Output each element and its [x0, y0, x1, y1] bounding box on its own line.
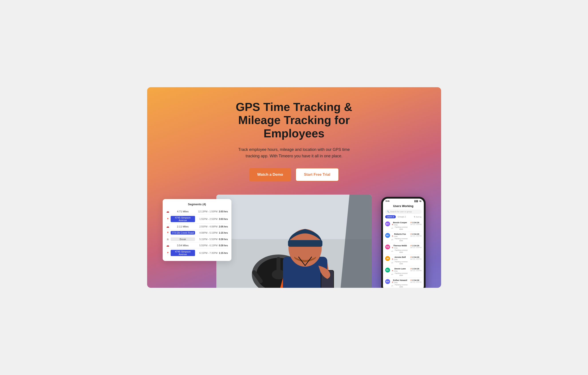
phone-time: 9:41	[386, 200, 390, 202]
tab-groups[interactable]: Groups 2	[398, 216, 406, 218]
phone-status-icons: ▌▌▌ ▾ ▮	[414, 200, 421, 202]
segment-icon: 🚗	[166, 210, 169, 213]
tag-icon: 🏷	[391, 273, 393, 275]
user-name: Devon Lane	[391, 268, 409, 270]
phone-user-row: DL Devon Lane 📍 Cribs 🏷 Painting common …	[385, 266, 421, 278]
segment-duration: 1:15 hrs	[219, 231, 228, 234]
time-value: ⏱ 2:34:26	[410, 256, 421, 258]
location-icon: 📍	[391, 224, 393, 226]
time-date: Jan 23, 4:28 PM	[410, 281, 421, 283]
time-date: Jan 23, 4:28 PM	[410, 235, 421, 237]
user-time: ⏱ 2:34:26 Jan 23, 4:28 PM	[410, 233, 421, 237]
phone-header: Users Working	[385, 204, 421, 208]
location-icon: 📍	[391, 281, 393, 284]
location-icon: 📍	[391, 259, 393, 260]
segment-duration: 0:30 hrs	[219, 238, 228, 240]
cta-buttons: Watch a Demo Start Free Trial	[156, 168, 432, 181]
user-time: ⏱ 2:34:26 Jan 23, 4:28 PM	[410, 268, 421, 271]
segment-label: 3.54 Miles	[171, 244, 195, 247]
segment-label-break: Break	[171, 237, 195, 241]
segment-row: 🚗 4.71 Miles 12:13PM - 1:55PM 2:03 hrs	[166, 208, 228, 215]
search-placeholder: Search for user or group	[390, 211, 412, 213]
hero-visual: Segments (4) 🚗 4.71 Miles 12:13PM - 1:55…	[156, 195, 432, 288]
segment-row: 🚗 3.54 Miles 5:55PM - 6:15PM 0:30 hrs	[166, 242, 228, 249]
segment-icon: ☕	[166, 238, 169, 241]
segment-duration: 3:03 hrs	[219, 218, 228, 220]
tag-icon: 🏷	[391, 227, 393, 229]
sort-button[interactable]: ⇅ Sort by	[414, 216, 421, 218]
time-value: ⏱ 2:34:26	[410, 268, 421, 270]
segment-icon: 📍	[166, 218, 169, 220]
segment-label: 4.71 Miles	[171, 210, 195, 213]
watch-demo-button[interactable]: Watch a Demo	[249, 168, 291, 181]
phone-user-row: EH Esther Howard 📍 Cribs 🏷 Painting comm…	[385, 278, 421, 288]
location-icon: 📍	[391, 235, 393, 237]
user-name: Theresa Webb	[391, 245, 409, 247]
time-date: Jan 23, 4:28 PM	[410, 258, 421, 260]
signal-icon: ▌▌▌	[414, 200, 418, 202]
phone-tabs: Users 0 Groups 2 ⇅ Sort by	[385, 215, 421, 218]
user-avatar: BC	[385, 221, 390, 226]
phone-search[interactable]: 🔍 Search for user or group	[385, 209, 421, 214]
user-info: Bessie Cooper 📍 Cribs 🏷 Painting common …	[391, 221, 409, 230]
hero-section: GPS Time Tracking & Mileage Tracking for…	[147, 87, 441, 288]
user-task: 🏷 Painting common walls	[391, 249, 409, 253]
user-time: ⏱ 2:34:26 Jan 23, 4:28 PM	[410, 221, 421, 225]
user-avatar: JB	[385, 256, 390, 261]
time-value: ⏱ 2:34:26	[410, 279, 421, 281]
tag-icon: 🏷	[391, 285, 393, 287]
tab-users[interactable]: Users 0	[385, 215, 396, 218]
tag-icon: 🏷	[391, 239, 393, 241]
segment-duration: 0:30 hrs	[219, 244, 228, 247]
user-avatar: TW	[385, 245, 390, 250]
hero-title: GPS Time Tracking & Mileage Tracking for…	[225, 101, 363, 140]
segment-duration: 1:15 hrs	[219, 252, 228, 254]
segment-time: 5:55PM - 6:15PM	[196, 244, 218, 247]
segment-time: 12:13PM - 1:55PM	[196, 210, 218, 213]
segment-row: 📍 4745 Simpson Avenue 6:15PM - 7:35PM 1:…	[166, 249, 228, 257]
phone-user-row: TW Theresa Webb 📍 Cribs 🏷 Painting commo…	[385, 243, 421, 255]
segment-label: 2.11 Miles	[171, 225, 195, 228]
segment-icon: 📍	[166, 251, 169, 254]
user-sub: 📍 Cribs	[391, 235, 409, 237]
segment-duration: 2:05 hrs	[219, 225, 228, 228]
phone-user-row: RF Roberto Fox 📍 Cribs 🏷 Painting common…	[385, 232, 421, 243]
phone-status-bar: 9:41 ▌▌▌ ▾ ▮	[383, 198, 424, 203]
groups-count: 2	[405, 216, 406, 218]
user-name: Bessie Cooper	[391, 221, 409, 224]
phone-screen: 9:41 ▌▌▌ ▾ ▮ Users Working 🔍 Search for …	[383, 198, 424, 288]
segments-card: Segments (4) 🚗 4.71 Miles 12:13PM - 1:55…	[163, 199, 231, 261]
user-avatar: RF	[385, 233, 390, 238]
segments-title: Segments (4)	[166, 203, 228, 206]
user-sub: 📍 Cribs	[391, 259, 409, 260]
clock-icon: ⏱	[410, 233, 412, 235]
user-avatar: DL	[385, 268, 390, 272]
segment-icon: 🚗	[166, 244, 169, 247]
person-photo	[216, 195, 372, 288]
time-value: ⏱ 2:34:26	[410, 245, 421, 247]
segment-time: 2:55PM - 4:08PM	[196, 225, 218, 228]
hero-subtitle: Track employee hours, mileage and locati…	[232, 146, 356, 159]
phone-user-row: BC Bessie Cooper 📍 Cribs 🏷 Painting comm…	[385, 220, 421, 232]
user-time: ⏱ 2:34:26 Jan 23, 4:28 PM	[410, 279, 421, 283]
segment-row: 📍 773 Elk Creek Road 4:08PM - 5:15PM 1:1…	[166, 230, 228, 236]
user-task: 🏷 Painting common walls	[391, 261, 409, 265]
wifi-icon: ▾	[419, 200, 420, 202]
start-trial-button[interactable]: Start Free Trial	[295, 168, 339, 181]
user-task: 🏷 Painting common walls	[391, 284, 409, 288]
user-sub: 📍 Cribs	[391, 281, 409, 284]
search-icon: 🔍	[387, 211, 389, 213]
clock-icon: ⏱	[410, 279, 412, 281]
user-name: Jerome Bell	[391, 256, 409, 258]
segment-label-highlighted: 773 Elk Creek Road	[171, 231, 195, 235]
segment-time: 6:15PM - 7:35PM	[196, 252, 218, 254]
user-time: ⏱ 2:34:26 Jan 23, 4:28 PM	[410, 256, 421, 260]
user-sub: 📍 Cribs	[391, 270, 409, 272]
segment-time: 5:15PM - 5:55PM	[196, 238, 218, 240]
user-name: Esther Howard	[391, 279, 409, 281]
user-task: 🏷 Painting common walls	[391, 272, 409, 276]
segment-time: 4:08PM - 5:15PM	[196, 231, 218, 234]
user-info: Esther Howard 📍 Cribs 🏷 Painting common …	[391, 279, 409, 288]
clock-icon: ⏱	[410, 256, 412, 258]
segments-list: 🚗 4.71 Miles 12:13PM - 1:55PM 2:03 hrs 📍…	[166, 208, 228, 257]
